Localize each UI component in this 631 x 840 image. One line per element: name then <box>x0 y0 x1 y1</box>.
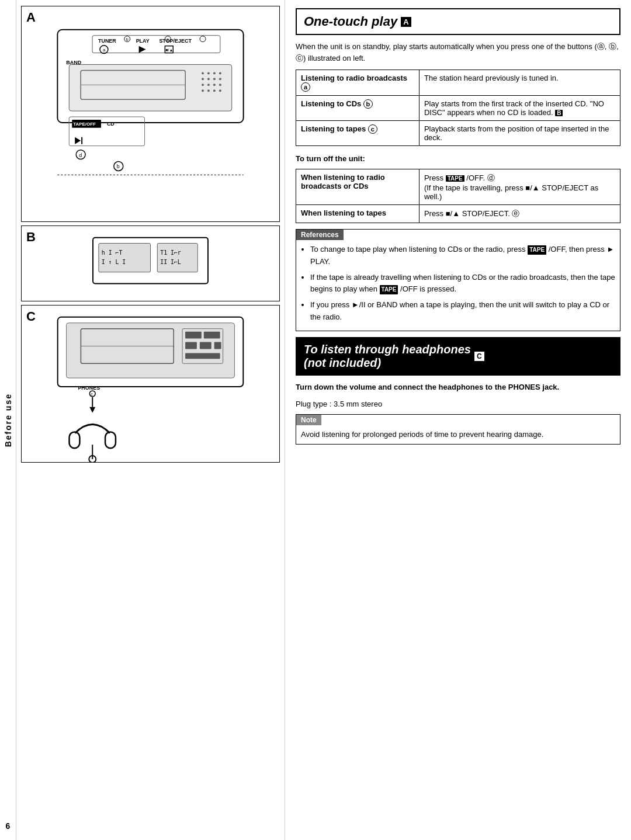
section-title: One-touch play A <box>296 8 620 35</box>
svg-text:TUNER: TUNER <box>98 38 116 44</box>
svg-rect-70 <box>105 432 116 448</box>
right-panel: One-touch play A When the unit is on sta… <box>285 0 631 840</box>
svg-text:b: b <box>126 37 129 41</box>
table-row: Listening to radio broadcasts a The stat… <box>296 70 620 96</box>
svg-text:TAPE/OFF: TAPE/OFF <box>73 122 96 127</box>
sidebar: Before use 6 <box>0 0 16 840</box>
svg-rect-54 <box>67 323 235 378</box>
list-item: If you press ►/II or BAND when a tape is… <box>310 299 615 324</box>
svg-point-31 <box>202 89 204 92</box>
svg-rect-69 <box>70 432 80 448</box>
badge-c: c <box>368 124 377 134</box>
svg-marker-7 <box>139 46 146 53</box>
table-cell-label: When listening to radio broadcasts or CD… <box>296 169 419 205</box>
list-item: If the tape is already travelling when l… <box>310 272 615 296</box>
svg-point-15 <box>200 36 206 42</box>
svg-rect-50 <box>157 244 197 272</box>
table-row: Listening to CDs b Play starts from the … <box>296 96 620 121</box>
play-table: Listening to radio broadcasts a The stat… <box>296 70 620 146</box>
svg-text:c: c <box>167 37 169 41</box>
svg-text:d: d <box>79 152 82 158</box>
svg-text:a: a <box>103 47 106 53</box>
headphones-section-title: To listen through headphones(not include… <box>296 337 620 376</box>
headphones-title-text: To listen through headphones(not include… <box>304 343 471 370</box>
svg-marker-68 <box>89 407 95 413</box>
svg-text:PLAY: PLAY <box>136 38 150 44</box>
diagram-c-svg: PHONES c <box>22 306 279 462</box>
svg-rect-16 <box>69 64 231 111</box>
svg-text:STOP/EJECT: STOP/EJECT <box>159 38 192 44</box>
badge-b: b <box>363 99 373 109</box>
svg-marker-39 <box>75 137 81 144</box>
svg-point-29 <box>213 84 216 86</box>
diagram-a-svg: TUNER PLAY STOP/EJECT a ■/▲ BAND b c <box>22 6 279 221</box>
svg-point-24 <box>207 78 210 80</box>
note-header: Note <box>296 415 321 425</box>
intro-text: When the unit is on standby, play starts… <box>296 41 620 64</box>
svg-point-25 <box>213 78 216 80</box>
note-box: Note Avoid listening for prolonged perio… <box>296 414 620 445</box>
svg-text:h I ⌐T: h I ⌐T <box>102 249 123 256</box>
svg-point-32 <box>207 89 210 92</box>
badge-a: a <box>301 82 310 92</box>
section-title-badge: A <box>401 17 411 27</box>
table-cell-value: The station heard previously is tuned in… <box>419 70 620 96</box>
table-cell-label: Listening to radio broadcasts a <box>296 70 419 96</box>
svg-rect-58 <box>185 332 202 339</box>
table-cell-value: Press ■/▲ STOP/EJECT. ⓔ <box>419 205 620 223</box>
references-list: To change to tape play when listening to… <box>301 244 615 324</box>
references-header: References <box>296 230 344 240</box>
svg-rect-62 <box>214 342 221 349</box>
table-cell-value: Play starts from the first track of the … <box>419 96 620 121</box>
svg-point-34 <box>219 89 221 92</box>
diagram-c: C PHONES c <box>21 305 280 463</box>
diagram-a: A TUNER PLAY STOP/EJECT a ■/▲ BAND b <box>21 6 280 222</box>
svg-rect-60 <box>185 342 197 349</box>
table-cell-label: Listening to CDs b <box>296 96 419 121</box>
note-content: Avoid listening for prolonged periods of… <box>296 425 620 444</box>
references-box: References To change to tape play when l… <box>296 229 620 331</box>
cell-label-text: Listening to CDs <box>301 99 361 108</box>
svg-rect-61 <box>200 342 212 349</box>
plug-type: Plug type : 3.5 mm stereo <box>296 400 620 408</box>
cell-label-text: Listening to tapes <box>301 124 366 133</box>
diagram-c-label: C <box>26 309 36 324</box>
svg-text:PHONES: PHONES <box>78 385 100 391</box>
tape-badge: TAPE <box>446 175 464 182</box>
svg-point-22 <box>219 72 221 74</box>
svg-rect-47 <box>99 244 151 272</box>
table-cell-value: Playback starts from the position of tap… <box>419 121 620 146</box>
diagram-b-svg: h I ⌐T I ↑ L I T1 I⌐r II I⌐L <box>22 226 279 301</box>
svg-point-30 <box>219 84 221 86</box>
list-item: To change to tape play when listening to… <box>310 244 615 268</box>
svg-point-33 <box>213 89 216 92</box>
svg-point-19 <box>202 72 204 74</box>
turn-off-title: To turn off the unit: <box>296 154 620 163</box>
svg-point-23 <box>202 78 204 80</box>
section-title-text: One-touch play <box>304 14 397 29</box>
tape-badge-ref: TAPE <box>528 245 546 255</box>
svg-text:T1 I⌐r: T1 I⌐r <box>160 249 181 256</box>
svg-rect-59 <box>204 332 220 339</box>
table-row: When listening to radio broadcasts or CD… <box>296 169 620 205</box>
left-panel: A TUNER PLAY STOP/EJECT a ■/▲ BAND b <box>16 0 285 840</box>
svg-text:II I⌐L: II I⌐L <box>160 259 181 265</box>
references-content: To change to tape play when listening to… <box>296 240 620 331</box>
svg-point-28 <box>207 84 210 86</box>
svg-text:b: b <box>117 164 120 169</box>
cell-label-text: When listening to radio broadcasts or CD… <box>301 173 385 190</box>
cell-label-text: Listening to radio broadcasts <box>301 74 407 82</box>
sidebar-label: Before use <box>4 393 13 447</box>
inline-badge-b: B <box>555 110 563 116</box>
table-cell-label: When listening to tapes <box>296 205 419 223</box>
cell-label-text: When listening to tapes <box>301 209 386 217</box>
turn-off-table: When listening to radio broadcasts or CD… <box>296 169 620 223</box>
diagram-b-label: B <box>26 230 36 245</box>
diagram-b: B h I ⌐T I ↑ L I T1 I⌐r II I⌐L <box>21 225 280 301</box>
svg-text:c: c <box>91 392 93 396</box>
svg-text:I ↑ L I: I ↑ L I <box>102 259 126 265</box>
svg-point-26 <box>219 78 221 80</box>
svg-point-21 <box>213 72 216 74</box>
table-cell-value: Press TAPE /OFF. ⓓ (If the tape is trave… <box>419 169 620 205</box>
svg-text:CD: CD <box>107 121 115 127</box>
